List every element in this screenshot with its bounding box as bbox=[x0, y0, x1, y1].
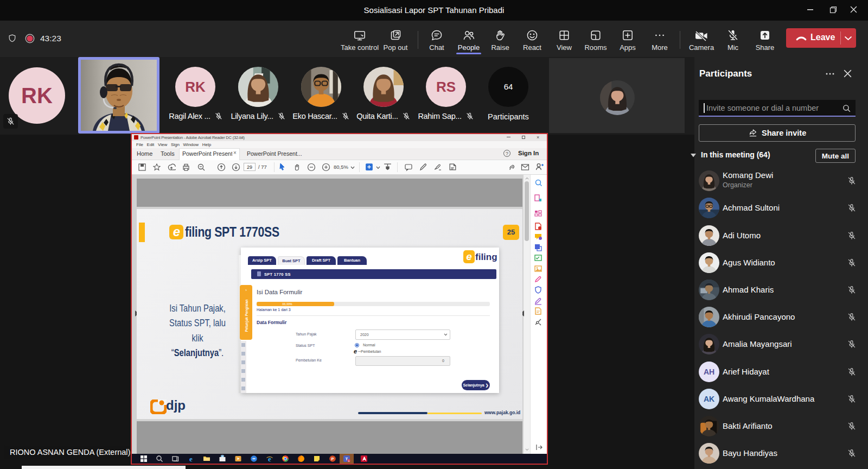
svg-text:1: 1 bbox=[348, 459, 349, 462]
svg-text:e: e bbox=[189, 455, 193, 462]
svg-text:e: e bbox=[268, 455, 271, 462]
svg-text:P: P bbox=[331, 457, 334, 461]
